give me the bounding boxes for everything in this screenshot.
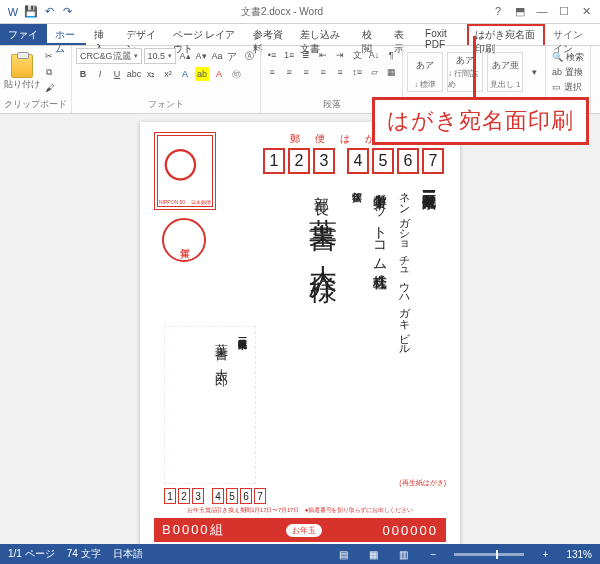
sort-icon[interactable]: A↓	[367, 48, 381, 62]
postcard-page[interactable]: 郵 便 は が き 1 2 3 4 5 6 7 NIPPON 50日本郵便 年賀…	[140, 122, 460, 544]
cut-icon[interactable]: ✂	[42, 49, 56, 63]
tab-home[interactable]: ホーム	[47, 24, 86, 45]
line-spacing-icon[interactable]: ↕≡	[350, 65, 364, 79]
sender-zip-digit[interactable]: 7	[254, 488, 266, 504]
tab-file[interactable]: ファイル	[0, 24, 47, 45]
redo-icon[interactable]: ↷	[60, 5, 74, 19]
sender-block[interactable]: 東京都千代田区筆町一ー二ー三 葉書 太郎	[164, 326, 256, 484]
grow-font-icon[interactable]: A▴	[178, 49, 192, 63]
sender-zip-digit[interactable]: 6	[240, 488, 252, 504]
tab-foxit[interactable]: Foxit PDF	[417, 24, 467, 45]
superscript-icon[interactable]: x²	[161, 67, 175, 81]
recipient-department[interactable]: 年賀状部	[349, 184, 363, 464]
ribbon-options-icon[interactable]: ⬒	[512, 5, 528, 18]
status-language[interactable]: 日本語	[113, 547, 143, 561]
change-case-icon[interactable]: Aa	[210, 49, 224, 63]
undo-icon[interactable]: ↶	[42, 5, 56, 19]
justify-icon[interactable]: ≡	[316, 65, 330, 79]
sender-address[interactable]: 東京都千代田区筆町一ー二ー三	[236, 333, 249, 477]
sender-zip-digit[interactable]: 1	[164, 488, 176, 504]
tab-hagaki-print[interactable]: はがき宛名面印刷	[467, 24, 545, 45]
style-heading1[interactable]: あア亜 見出し 1	[487, 52, 523, 92]
zoom-out-icon[interactable]: −	[424, 547, 442, 561]
underline-button[interactable]: U	[110, 67, 124, 81]
recipient-name[interactable]: 部長葉書 大介様	[303, 184, 341, 464]
help-icon[interactable]: ?	[490, 5, 506, 18]
sender-zip-digit[interactable]: 5	[226, 488, 238, 504]
italic-button[interactable]: I	[93, 67, 107, 81]
zoom-value[interactable]: 131%	[566, 549, 592, 560]
highlight-icon[interactable]: ab	[195, 67, 209, 81]
distributed-icon[interactable]: ≡	[333, 65, 347, 79]
strike-icon[interactable]: abc	[127, 67, 141, 81]
signin-link[interactable]: サインイン	[545, 24, 600, 45]
tab-references[interactable]: 参考資料	[245, 24, 292, 45]
style-heading1-body: あア亜	[492, 53, 519, 78]
document-area[interactable]: 郵 便 は が き 1 2 3 4 5 6 7 NIPPON 50日本郵便 年賀…	[0, 114, 600, 544]
numbering-icon[interactable]: 1≡	[282, 48, 296, 62]
tab-review[interactable]: 校閲	[354, 24, 385, 45]
sender-zip-digit[interactable]: 4	[212, 488, 224, 504]
zip-digit[interactable]: 1	[263, 148, 285, 174]
font-color-icon[interactable]: A	[212, 67, 226, 81]
sender-zip-digit[interactable]: 3	[192, 488, 204, 504]
status-page[interactable]: 1/1 ページ	[8, 547, 55, 561]
borders-icon[interactable]: ▦	[384, 65, 398, 79]
style-nospacing[interactable]: あア ↓ 行間詰め	[447, 52, 483, 92]
align-center-icon[interactable]: ≡	[282, 65, 296, 79]
zip-digit[interactable]: 6	[397, 148, 419, 174]
recipient-company[interactable]: 年賀暑中ドットコム株式会社	[371, 184, 389, 464]
format-painter-icon[interactable]: 🖌	[42, 81, 56, 95]
view-read-icon[interactable]: ▤	[334, 547, 352, 561]
font-size-dropdown[interactable]: 10.5▾	[144, 48, 177, 64]
zoom-slider[interactable]	[454, 553, 524, 556]
zip-digit[interactable]: 7	[422, 148, 444, 174]
font-name-dropdown[interactable]: CRC&G流麗▾	[76, 48, 142, 64]
tab-insert[interactable]: 挿入	[86, 24, 117, 45]
tab-view[interactable]: 表示	[386, 24, 417, 45]
status-wordcount[interactable]: 74 文字	[67, 547, 101, 561]
align-right-icon[interactable]: ≡	[299, 65, 313, 79]
multilevel-icon[interactable]: ≣	[299, 48, 313, 62]
zip-digit[interactable]: 5	[372, 148, 394, 174]
tab-layout[interactable]: ページ レイアウト	[165, 24, 245, 45]
maximize-icon[interactable]: ☐	[556, 5, 572, 18]
style-normal[interactable]: あア ↓ 標準	[407, 52, 443, 92]
close-icon[interactable]: ✕	[578, 5, 594, 18]
view-print-icon[interactable]: ▦	[364, 547, 382, 561]
copy-icon[interactable]: ⧉	[42, 65, 56, 79]
find-button[interactable]: 🔍検索	[552, 51, 584, 64]
align-left-icon[interactable]: ≡	[265, 65, 279, 79]
decrease-indent-icon[interactable]: ⇤	[316, 48, 330, 62]
text-direction-icon[interactable]: 文	[350, 48, 364, 62]
view-web-icon[interactable]: ▥	[394, 547, 412, 561]
enclose-char-icon[interactable]: ㊞	[229, 67, 243, 81]
tab-design[interactable]: デザイン	[118, 24, 165, 45]
bullets-icon[interactable]: •≡	[265, 48, 279, 62]
zip-digit[interactable]: 2	[288, 148, 310, 174]
show-marks-icon[interactable]: ¶	[384, 48, 398, 62]
tab-mailings[interactable]: 差し込み文書	[292, 24, 354, 45]
save-icon[interactable]: 💾	[24, 5, 38, 19]
clear-format-icon[interactable]: Ⓐ	[242, 49, 256, 63]
sender-zip-digit[interactable]: 2	[178, 488, 190, 504]
phonetic-guide-icon[interactable]: ア	[226, 49, 240, 63]
zoom-in-icon[interactable]: +	[536, 547, 554, 561]
increase-indent-icon[interactable]: ⇥	[333, 48, 347, 62]
select-button[interactable]: ▭選択	[552, 81, 584, 94]
text-effects-icon[interactable]: A	[178, 67, 192, 81]
replace-button[interactable]: ab置換	[552, 66, 584, 79]
paste-button[interactable]: 貼り付け	[4, 48, 40, 96]
styles-more-icon[interactable]: ▾	[527, 65, 541, 79]
subscript-icon[interactable]: x₂	[144, 67, 158, 81]
zip-digit[interactable]: 4	[347, 148, 369, 174]
shading-icon[interactable]: ▱	[367, 65, 381, 79]
zip-digit[interactable]: 3	[313, 148, 335, 174]
recipient-address-2[interactable]: ネンガショチュウハガキビル	[397, 184, 412, 464]
sender-name[interactable]: 葉書 太郎	[212, 333, 230, 477]
shrink-font-icon[interactable]: A▾	[194, 49, 208, 63]
bold-button[interactable]: B	[76, 67, 90, 81]
minimize-icon[interactable]: —	[534, 5, 550, 18]
recipient-block[interactable]: 東京都千代田区筆町五ー七ー一ー六 ネンガショチュウハガキビル 年賀暑中ドットコム…	[303, 184, 438, 464]
recipient-address-1[interactable]: 東京都千代田区筆町五ー七ー一ー六	[420, 184, 438, 464]
